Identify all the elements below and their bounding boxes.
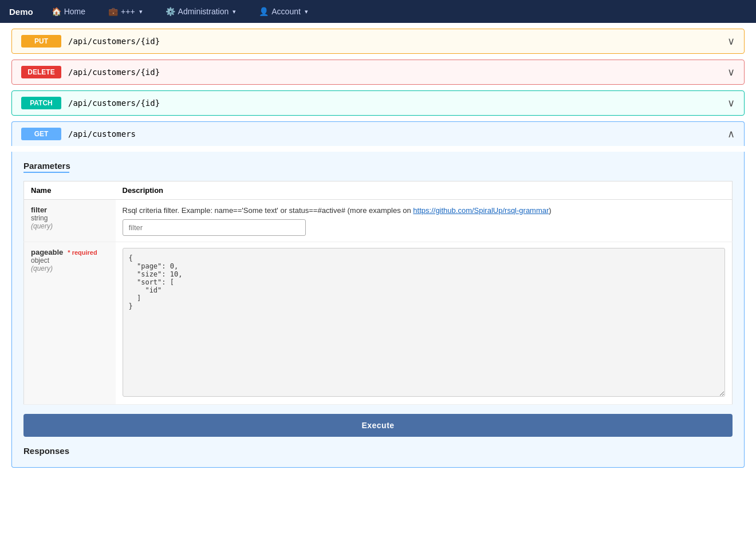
pageable-textarea[interactable]: { "page": 0, "size": 10, "sort": [ "id" … xyxy=(123,248,726,397)
responses-header: Responses xyxy=(23,446,733,456)
filter-param-description: Rsql criteria filter. Example: name=='So… xyxy=(123,206,726,216)
parameters-header: Parameters xyxy=(23,161,733,171)
nav-home-label: Home xyxy=(64,7,85,16)
endpoint-put[interactable]: PUT /api/customers/{id} ∨ xyxy=(11,29,745,54)
delete-path: /api/customers/{id} xyxy=(68,68,160,77)
nav-account[interactable]: 👤 Account ▾ xyxy=(254,5,313,18)
main-content: PUT /api/customers/{id} ∨ DELETE /api/cu… xyxy=(0,23,756,549)
table-row: pageable * required object (query) { "pa… xyxy=(24,242,733,405)
person-icon: 👤 xyxy=(259,7,269,16)
filter-param-name: filter xyxy=(31,206,109,214)
pageable-param-type: object xyxy=(31,256,109,264)
nav-home[interactable]: 🏠 Home xyxy=(47,5,90,18)
col-description-header: Description xyxy=(116,181,733,200)
brand-label: Demo xyxy=(9,7,33,17)
patch-chevron-icon: ∨ xyxy=(727,97,735,109)
endpoint-delete[interactable]: DELETE /api/customers/{id} ∨ xyxy=(11,60,745,85)
delete-chevron-icon: ∨ xyxy=(727,66,735,78)
extra-chevron-icon: ▾ xyxy=(139,8,143,15)
navbar: Demo 🏠 Home 💼 +++ ▾ ⚙️ Administration ▾ … xyxy=(0,0,756,23)
put-badge: PUT xyxy=(21,35,61,48)
nav-account-label: Account xyxy=(271,7,301,16)
gear-icon: ⚙️ xyxy=(166,7,175,16)
table-row: filter string (query) Rsql criteria filt… xyxy=(24,200,733,242)
patch-badge: PATCH xyxy=(21,97,61,109)
filter-link[interactable]: https://github.com/SpiralUp/rsql-grammar xyxy=(413,206,549,215)
endpoint-get[interactable]: GET /api/customers ∧ xyxy=(11,121,745,146)
col-name-header: Name xyxy=(24,181,116,200)
home-icon: 🏠 xyxy=(52,7,61,16)
get-chevron-icon: ∧ xyxy=(727,128,735,140)
administration-chevron-icon: ▾ xyxy=(233,8,236,15)
endpoint-put-left: PUT /api/customers/{id} xyxy=(21,35,160,48)
required-badge: * required xyxy=(68,249,97,256)
endpoint-patch-left: PATCH /api/customers/{id} xyxy=(21,97,160,109)
patch-path: /api/customers/{id} xyxy=(68,98,160,108)
put-chevron-icon: ∨ xyxy=(727,35,735,48)
get-badge: GET xyxy=(21,128,61,140)
get-expanded-panel: Parameters Name Description filter strin… xyxy=(11,152,745,468)
filter-param-source: (query) xyxy=(31,222,109,230)
pageable-param-source: (query) xyxy=(31,264,109,272)
nav-extra[interactable]: 💼 +++ ▾ xyxy=(104,5,147,18)
parameters-table: Name Description filter string (query) R… xyxy=(23,181,733,405)
delete-badge: DELETE xyxy=(21,66,61,78)
execute-button[interactable]: Execute xyxy=(23,414,733,437)
filter-input[interactable] xyxy=(123,219,306,236)
put-path: /api/customers/{id} xyxy=(68,37,160,46)
get-path: /api/customers xyxy=(68,129,136,139)
pageable-param-name: pageable xyxy=(31,248,63,256)
endpoint-get-left: GET /api/customers xyxy=(21,128,136,140)
endpoint-patch[interactable]: PATCH /api/customers/{id} ∨ xyxy=(11,90,745,116)
endpoint-delete-left: DELETE /api/customers/{id} xyxy=(21,66,160,78)
extra-icon: 💼 xyxy=(108,7,118,16)
filter-param-type: string xyxy=(31,214,109,222)
nav-administration[interactable]: ⚙️ Administration ▾ xyxy=(161,5,241,18)
nav-extra-label: +++ xyxy=(121,7,135,16)
parameters-underline xyxy=(23,172,69,173)
nav-administration-label: Administration xyxy=(178,7,229,16)
account-chevron-icon: ▾ xyxy=(305,8,308,15)
